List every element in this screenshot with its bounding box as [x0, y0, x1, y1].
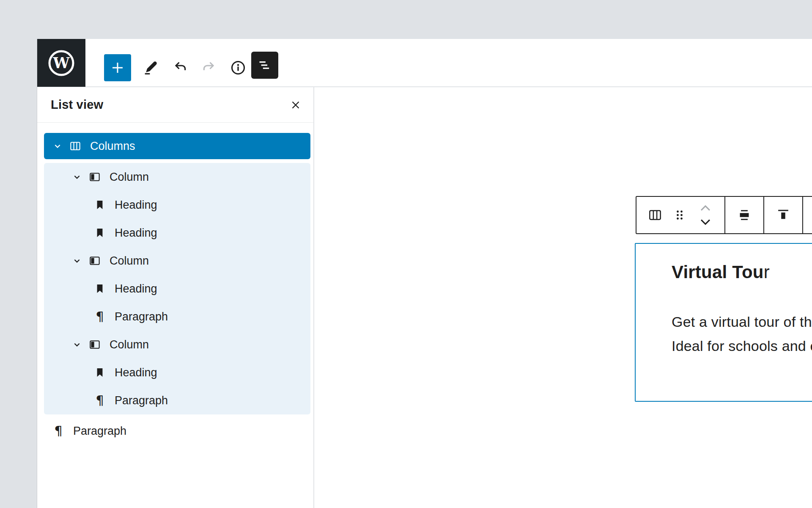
chevron-down-icon[interactable] [69, 171, 85, 183]
column-block-1: Virtual Tour Get a virtual tour of the m… [672, 261, 812, 358]
block-inserter-button[interactable] [104, 54, 131, 81]
list-view-toggle-button[interactable] [251, 52, 278, 79]
heading-icon [91, 282, 109, 295]
block-toolbar-align-group [724, 197, 763, 233]
list-view-item-heading-1[interactable]: Heading [44, 191, 310, 219]
list-view-item-paragraph-1[interactable]: ¶ Paragraph [44, 303, 310, 331]
list-view-panel: List view Colum [37, 87, 314, 508]
column-icon [85, 170, 104, 184]
list-view-item-label: Column [110, 338, 149, 351]
list-view-item-label: Column [110, 171, 149, 184]
heading-icon [91, 366, 109, 379]
list-view-item-label: Paragraph [115, 310, 168, 323]
align-icon [736, 207, 752, 223]
editor-canvas: Virtual Tour Get a virtual tour of the m… [314, 87, 812, 508]
move-up-button[interactable] [691, 201, 720, 215]
wordpress-logo-icon: W [47, 49, 75, 77]
info-icon [230, 59, 247, 76]
list-view-item-label: Heading [115, 282, 157, 295]
list-view-item-heading-2[interactable]: Heading [44, 219, 310, 247]
list-view-item-columns[interactable]: Columns [44, 133, 310, 159]
editor-top-bar: W [37, 39, 812, 87]
chevron-down-icon[interactable] [49, 140, 66, 152]
edit-pencil-icon [142, 59, 159, 76]
edit-tool-button[interactable] [136, 53, 165, 82]
list-view-item-column-2[interactable]: Column [44, 247, 310, 275]
column-1-heading[interactable]: Virtual Tour [672, 261, 812, 284]
options-button[interactable] [803, 197, 812, 233]
undo-button[interactable] [166, 53, 195, 82]
columns-block-type-button[interactable] [642, 197, 669, 233]
heading-icon [91, 226, 109, 240]
svg-text:W: W [52, 54, 70, 72]
redo-button[interactable] [195, 53, 223, 82]
wordpress-logo-button[interactable]: W [37, 39, 85, 87]
list-view-item-column-3[interactable]: Column [44, 331, 310, 359]
details-button[interactable] [224, 53, 252, 82]
chevron-down-icon[interactable] [69, 254, 85, 267]
vertical-align-button[interactable] [764, 197, 802, 233]
redo-icon [200, 59, 217, 76]
move-up-icon [698, 203, 713, 213]
chevron-down-icon[interactable] [69, 338, 85, 351]
columns-children-group: Column Heading Heading [44, 163, 310, 414]
drag-handle[interactable] [669, 197, 691, 233]
column-icon [85, 254, 104, 268]
editor-stage: W [0, 0, 812, 508]
block-toolbar [636, 196, 812, 234]
list-view-header: List view [37, 87, 313, 123]
list-view-item-paragraph-root[interactable]: ¶ Paragraph [44, 418, 310, 444]
list-view-icon [256, 57, 273, 74]
close-list-view-button[interactable] [285, 94, 307, 116]
drag-handle-icon [672, 207, 687, 223]
vertical-align-top-icon [775, 207, 791, 223]
list-view-item-label: Paragraph [115, 394, 168, 407]
undo-icon [172, 59, 189, 76]
block-movers [691, 201, 720, 229]
column-icon [85, 338, 104, 351]
block-toolbar-main-group [636, 197, 724, 233]
plus-icon [110, 60, 125, 75]
paragraph-icon: ¶ [49, 424, 68, 437]
paragraph-icon: ¶ [91, 394, 109, 407]
list-view-item-heading-3[interactable]: Heading [44, 275, 310, 303]
column-1-paragraph[interactable]: Get a virtual tour of the museum. Ideal … [672, 310, 812, 358]
columns-block-icon [647, 207, 663, 223]
list-view-item-label: Heading [115, 199, 157, 212]
block-toolbar-valign-group [763, 197, 802, 233]
list-view-item-label: Heading [115, 366, 157, 379]
block-tree: Columns Column [44, 133, 310, 444]
close-icon [289, 99, 302, 111]
list-view-item-heading-4[interactable]: Heading [44, 359, 310, 387]
list-view-item-label: Column [110, 254, 149, 268]
block-toolbar-options-group [802, 197, 812, 233]
heading-icon [91, 198, 109, 212]
list-view-item-column-1[interactable]: Column [44, 163, 310, 191]
list-view-item-label: Columns [90, 140, 135, 153]
list-view-title: List view [51, 98, 285, 112]
list-view-item-label: Heading [115, 226, 157, 240]
list-view-item-paragraph-2[interactable]: ¶ Paragraph [44, 387, 310, 414]
align-button[interactable] [725, 197, 763, 233]
list-view-item-label: Paragraph [73, 425, 126, 438]
paragraph-icon: ¶ [91, 310, 109, 323]
move-down-icon [698, 218, 713, 227]
columns-icon [66, 139, 85, 153]
move-down-button[interactable] [691, 215, 720, 229]
